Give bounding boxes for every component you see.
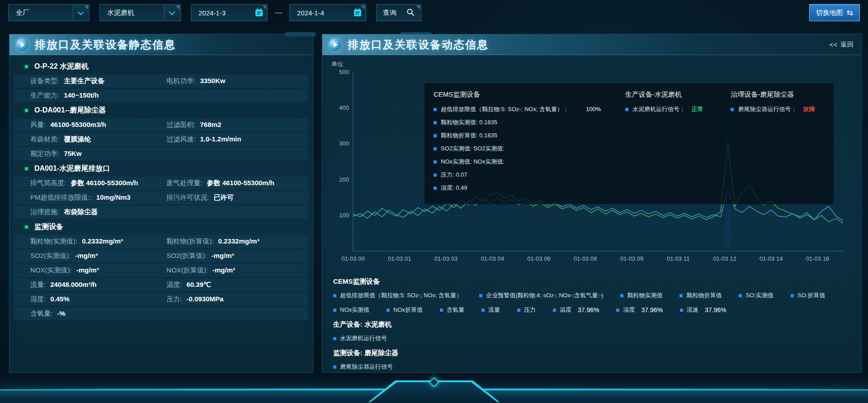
calendar-icon[interactable]: [349, 5, 366, 21]
legend-item-label: SO:折算值: [797, 291, 825, 300]
footer-wing-left: [0, 389, 399, 400]
dashboard-page: 全厂 水泥磨机 2024-1-3 — 2024-1-4 查询 切换: [0, 0, 868, 403]
legend-dot-icon: [333, 366, 336, 369]
legend-item-label: 超低排放限值（颗拉物:5: SOz-; NOx; 含氧量）: [340, 291, 462, 300]
legend-item-label: 颗粒物折算值: [686, 291, 722, 300]
field-value: 0.2332mg/m³: [218, 237, 259, 245]
query-button[interactable]: 查询: [376, 4, 421, 21]
table-row: 湿度:0.45%压力:-0.0930MPa: [14, 293, 308, 306]
field-value: 3350Kw: [200, 77, 226, 84]
field-label: 过滤面积:: [166, 121, 195, 129]
field-label: 排气筒高度:: [30, 179, 66, 187]
chevron-down-icon[interactable]: [164, 5, 180, 21]
legend-item[interactable]: 企业预警值(颗粒物:4; sOz-; NOx-;含氧气量:-): [479, 291, 603, 300]
legend-dot-icon: [739, 294, 742, 297]
field: SO2(折算值):-mg/m³: [166, 252, 302, 260]
legend-item-label: NOx折算值: [393, 306, 423, 314]
legend-dot-icon: [791, 294, 794, 297]
field-value: 24048.000m³/h: [50, 281, 97, 288]
switch-map-button[interactable]: 切换地图 ⇆: [809, 4, 860, 21]
field: 流量:24048.000m³/h: [30, 281, 166, 289]
legend-item[interactable]: 颗粒物实测值: [620, 291, 662, 300]
svg-text:01-03 12: 01-03 12: [713, 255, 736, 262]
legend-item[interactable]: 含氧量: [440, 306, 464, 314]
field: 颗粒物(实测值):0.2332mg/m³: [30, 237, 166, 246]
legend-item[interactable]: NOx折算值: [387, 306, 423, 314]
svg-text:01-03 14: 01-03 14: [760, 255, 783, 262]
svg-text:01-03 04: 01-03 04: [481, 255, 504, 262]
field: 额定功率:75Kw: [30, 150, 166, 158]
table-row: 排气筒高度:参数 46100-55300m/h废气处理量:参数 46100-55…: [14, 177, 308, 190]
table-row: 生产能力:140~150t/h: [14, 89, 308, 102]
legend-item[interactable]: 水泥磨机运行信号: [333, 334, 387, 342]
svg-text:01-03 00: 01-03 00: [341, 255, 364, 262]
legend-item[interactable]: SO:实测值: [739, 291, 773, 300]
dynamic-info-panel: 排放口及关联设备动态信息 << 返回 单位10020030040050001-0…: [322, 34, 862, 373]
legend-item[interactable]: 颗粒物折算值: [679, 291, 722, 300]
chevron-down-icon[interactable]: [73, 5, 89, 21]
static-panel-header: 排放口及关联设备静态信息: [9, 34, 313, 55]
field-value: 46100-55300m3/h: [50, 121, 106, 128]
table-row: 风量:46100-55300m3/h过滤面积:768m2: [14, 118, 308, 131]
legend-item-label: 含氧量: [447, 306, 464, 314]
field-label: 废气处理量:: [166, 179, 202, 187]
field: 设备类型:主要生产设备: [30, 77, 166, 85]
field-value: -mg/m³: [212, 266, 235, 274]
topbar: 全厂 水泥磨机 2024-1-3 — 2024-1-4 查询 切换: [8, 4, 860, 21]
legend-item[interactable]: 湿度37.96%: [616, 306, 662, 314]
legend-item-value: 37.96%: [578, 306, 599, 314]
field-value: 布袋除尘器: [64, 208, 98, 216]
field-value: 0.45%: [50, 295, 70, 303]
field-label: 含氧量:: [30, 309, 52, 318]
table-row: PM超低排排放限值::10mg/Nm3排污许可状况:已许可: [14, 191, 308, 204]
field-label: NOX(实测值):: [30, 266, 72, 275]
field: 温度:60.39℃: [166, 281, 302, 289]
svg-text:01-03 16: 01-03 16: [806, 255, 829, 262]
legend-item-label: SO:实测值: [745, 291, 773, 300]
legend-item-label: 温度: [560, 306, 571, 314]
query-button-label: 查询: [383, 9, 396, 17]
line-chart[interactable]: 单位10020030040050001-03 0001-03 0101-03 0…: [328, 59, 853, 269]
legend-dot-icon: [333, 337, 336, 340]
legend-items: 水泥磨机运行信号: [333, 334, 850, 342]
legend-item[interactable]: SO:折算值: [791, 291, 825, 300]
legend-item-label: 颗粒物实测值: [627, 291, 662, 300]
start-date-input[interactable]: 2024-1-3: [191, 4, 268, 21]
back-label: 返回: [840, 41, 854, 49]
section-bullet-icon: [24, 64, 29, 69]
field: 治理措施:布袋除尘器: [30, 208, 166, 216]
footer-wing-right: [469, 389, 868, 400]
field-label: 温度:: [166, 281, 182, 289]
field-value: -mg/m³: [75, 252, 98, 259]
static-panel-title: 排放口及关联设备静态信息: [35, 37, 176, 52]
legend-item[interactable]: 超低排放限值（颗拉物:5: SOz-; NOx; 含氧量）: [333, 291, 462, 300]
chart-highlight-band: [726, 95, 731, 251]
plant-select[interactable]: 全厂: [8, 4, 90, 21]
legend-item[interactable]: 温度37.96%: [553, 306, 599, 314]
device-select[interactable]: 水泥磨机: [99, 4, 181, 21]
chart-area[interactable]: 单位10020030040050001-03 0001-03 0101-03 0…: [322, 55, 861, 269]
legend-item[interactable]: 流速37.96%: [680, 306, 726, 314]
table-row: 治理措施:布袋除尘器: [14, 206, 308, 219]
field-label: 过滤风速:: [166, 135, 195, 144]
legend-item-label: 流速: [687, 306, 698, 314]
legend-dot-icon: [333, 294, 336, 297]
svg-text:01-03 03: 01-03 03: [434, 255, 458, 262]
end-date-value: 2024-1-4: [297, 9, 324, 17]
play-icon: [16, 38, 28, 51]
legend-group-title: 生产设备: 水泥磨机: [333, 320, 850, 329]
end-date-input[interactable]: 2024-1-4: [289, 4, 366, 21]
legend-item[interactable]: 流量: [481, 306, 500, 314]
legend-item[interactable]: 磨尾除尘器运行信号: [333, 363, 393, 371]
legend-dot-icon: [440, 309, 443, 312]
legend-item[interactable]: 压力: [517, 306, 536, 314]
section-title: O-P-22 水泥磨机: [14, 60, 308, 73]
back-link[interactable]: << 返回: [830, 41, 854, 49]
section-title-text: DA001-水泥磨尾排放口: [34, 164, 110, 173]
field: 过滤风速:1.0-1.2m/min: [166, 135, 302, 144]
calendar-icon[interactable]: [251, 5, 267, 21]
section-title-text: 监测设备: [34, 222, 63, 232]
svg-text:200: 200: [339, 176, 349, 183]
legend-item[interactable]: NOx实测值: [333, 306, 369, 314]
field: PM超低排排放限值::10mg/Nm3: [30, 193, 166, 202]
